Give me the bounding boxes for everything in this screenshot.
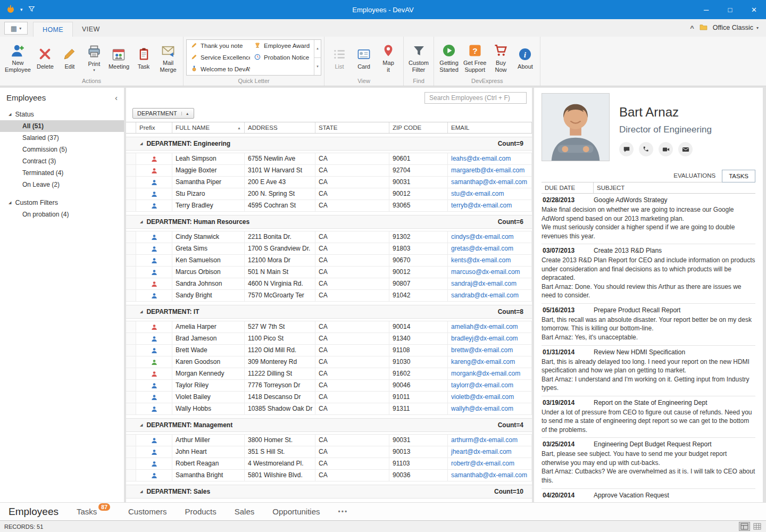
task-button[interactable]: Task <box>131 45 156 71</box>
group-by-department-button[interactable]: DEPARTMENT ▲ <box>132 108 194 119</box>
cell-email[interactable]: bradleyj@dx-email.com <box>448 333 532 344</box>
support-button[interactable]: ? Get Free Support <box>461 41 488 74</box>
maximize-button[interactable]: □ <box>718 0 742 19</box>
table-row[interactable]: Ken Samuelson 12100 Mora Dr CA 90670 ken… <box>126 255 532 267</box>
mail-merge-button[interactable]: Mail Merge <box>156 41 180 74</box>
table-row[interactable]: Brett Wade 1120 Old Mill Rd. CA 91108 br… <box>126 345 532 356</box>
quick-access-customize-icon[interactable] <box>28 5 35 14</box>
minimize-button[interactable]: ─ <box>694 0 718 19</box>
expand-icon[interactable]: ◢ <box>140 142 143 146</box>
cell-email[interactable]: cindys@dx-email.com <box>448 231 532 243</box>
table-row[interactable]: Marcus Orbison 501 N Main St CA 90012 ma… <box>126 267 532 278</box>
table-row[interactable]: Terry Bradley 4595 Cochran St CA 93065 t… <box>126 200 532 212</box>
bottom-tab-customers[interactable]: Customers <box>128 507 167 516</box>
cell-email[interactable]: violetb@dx-email.com <box>448 392 532 403</box>
cell-email[interactable]: jheart@dx-email.com <box>448 446 532 458</box>
phone-button[interactable] <box>639 142 653 156</box>
tab-evaluations[interactable]: EVALUATIONS <box>667 170 722 182</box>
sidebar-group-header[interactable]: ◢ Status <box>0 109 124 120</box>
cell-email[interactable]: wallyh@dx-email.com <box>448 403 532 414</box>
cell-email[interactable]: arthurm@dx-email.com <box>448 435 532 446</box>
collapse-ribbon-icon[interactable]: ^ <box>690 24 694 32</box>
table-row[interactable]: Amelia Harper 527 W 7th St CA 90014 amel… <box>126 321 532 333</box>
table-row[interactable]: Brad Jameson 1100 Pico St CA 91340 bradl… <box>126 333 532 345</box>
bottom-tab-tasks[interactable]: Tasks 87 <box>77 507 110 516</box>
grid-view-icon[interactable] <box>752 522 763 531</box>
table-row[interactable]: Samantha Bright 5801 Wilshire Blvd. CA 9… <box>126 470 532 481</box>
column-header-zip[interactable]: ZIP CODE <box>389 122 448 133</box>
quick-access-caret-icon[interactable]: ▾ <box>20 7 23 12</box>
quick-letter-item[interactable]: Probation Notice <box>250 52 313 63</box>
quick-letter-item[interactable]: Welcome to DevAV <box>187 63 250 75</box>
table-row[interactable]: Robert Reagan 4 Westmoreland Pl. CA 9110… <box>126 458 532 470</box>
task-item[interactable]: 03/19/2014 Report on the State of Engine… <box>542 396 755 438</box>
mail-button[interactable] <box>678 142 693 156</box>
sidebar-group-header[interactable]: ◢ Custom Filters <box>0 197 124 209</box>
scroll-up-button[interactable]: ▲ <box>314 40 321 58</box>
column-header-state[interactable]: STATE <box>315 122 389 133</box>
cell-email[interactable]: margaretb@dx-email.com <box>448 165 532 176</box>
expand-icon[interactable]: ◢ <box>140 423 143 427</box>
tab-view[interactable]: VIEW <box>73 22 109 37</box>
cell-email[interactable]: samanthab@dx-email.com <box>448 470 532 481</box>
table-row[interactable]: Violet Bailey 1418 Descanso Dr CA 91011 … <box>126 392 532 403</box>
column-header-email[interactable]: EMAIL <box>448 122 532 133</box>
map-button[interactable]: Map it <box>376 41 401 74</box>
group-row[interactable]: ◢ DEPARTMENT: Sales Count=10 <box>126 485 532 498</box>
sidebar-item[interactable]: All (51) <box>0 120 124 132</box>
cell-email[interactable]: samanthap@dx-email.com <box>448 177 532 188</box>
task-item[interactable]: 03/25/2014 Engineering Dept Budget Reque… <box>542 438 755 488</box>
tasks-column-subject[interactable]: SUBJECT <box>594 182 628 193</box>
about-button[interactable]: i About <box>513 45 537 71</box>
column-header-prefix[interactable]: Prefix <box>136 122 172 133</box>
cart-button[interactable]: Buy Now <box>488 41 513 74</box>
chat-button[interactable] <box>619 142 634 156</box>
tab-home[interactable]: HOME <box>33 22 73 37</box>
detail-view-icon[interactable] <box>739 522 750 531</box>
theme-selector[interactable]: Office Classic ▾ <box>713 24 759 31</box>
sidebar-item[interactable]: Commission (5) <box>0 144 124 155</box>
table-row[interactable]: Maggie Boxter 3101 W Harvard St CA 92704… <box>126 165 532 177</box>
quick-letter-item[interactable]: Thank you note <box>187 40 250 52</box>
cell-email[interactable]: terryb@dx-email.com <box>448 200 532 211</box>
task-item[interactable]: 05/16/2013 Prepare Product Recall Report… <box>542 304 755 346</box>
bottom-tab-opportunities[interactable]: Opportunities <box>272 507 320 516</box>
delete-button[interactable]: Delete <box>33 45 57 71</box>
sidebar-item[interactable]: Salaried (37) <box>0 132 124 144</box>
cell-email[interactable]: taylorr@dx-email.com <box>448 380 532 391</box>
app-logo-icon[interactable] <box>6 4 15 15</box>
task-item[interactable]: 01/31/2014 Review New HDMI Specification… <box>542 346 755 396</box>
close-button[interactable]: ✕ <box>742 0 766 19</box>
expand-icon[interactable]: ◢ <box>140 310 143 314</box>
cell-email[interactable]: stu@dx-email.com <box>448 188 532 200</box>
cell-email[interactable]: leahs@dx-email.com <box>448 153 532 164</box>
expand-icon[interactable]: ◢ <box>140 220 143 224</box>
cell-email[interactable]: marcuso@dx-email.com <box>448 267 532 278</box>
group-row[interactable]: ◢ DEPARTMENT: IT Count=8 <box>126 305 532 319</box>
quick-letter-item[interactable]: Service Excellence <box>187 52 250 63</box>
table-row[interactable]: Arthur Miller 3800 Homer St. CA 90031 ar… <box>126 435 532 446</box>
group-row[interactable]: ◢ DEPARTMENT: Management Count=4 <box>126 418 532 432</box>
cell-email[interactable]: kents@dx-email.com <box>448 255 532 266</box>
cell-email[interactable]: morgank@dx-email.com <box>448 368 532 379</box>
task-item[interactable]: 04/20/2014 Approve Vacation Request Plan… <box>542 489 755 502</box>
cell-email[interactable]: sandraj@dx-email.com <box>448 278 532 289</box>
new-employee-button[interactable]: New Employee <box>3 41 33 74</box>
table-row[interactable]: Stu Pizaro 200 N. Spring St CA 90012 stu… <box>126 188 532 200</box>
sidebar-item[interactable]: On probation (4) <box>0 209 124 220</box>
search-input[interactable] <box>424 92 527 104</box>
table-row[interactable]: Greta Sims 1700 S Grandview Dr. CA 91803… <box>126 243 532 255</box>
card-button[interactable]: Card <box>352 45 376 71</box>
cell-email[interactable]: kareng@dx-email.com <box>448 356 532 368</box>
tab-tasks[interactable]: TASKS <box>722 170 755 182</box>
column-header-address[interactable]: ADDRESS <box>245 122 315 133</box>
quick-letter-item[interactable]: Employee Award <box>250 40 313 52</box>
print-button[interactable]: Print ▾ <box>82 42 106 73</box>
table-row[interactable]: Cindy Stanwick 2211 Bonita Dr. CA 91302 … <box>126 231 532 243</box>
task-item[interactable]: 03/07/2013 Create 2013 R&D Plans Create … <box>542 244 755 304</box>
table-row[interactable]: Sandra Johnson 4600 N Virginia Rd. CA 90… <box>126 278 532 290</box>
sidebar-item[interactable]: Contract (3) <box>0 155 124 167</box>
cell-email[interactable]: ameliah@dx-email.com <box>448 321 532 332</box>
cell-email[interactable]: sandrab@dx-email.com <box>448 290 532 301</box>
table-row[interactable]: Morgan Kennedy 11222 Dilling St CA 91602… <box>126 368 532 380</box>
